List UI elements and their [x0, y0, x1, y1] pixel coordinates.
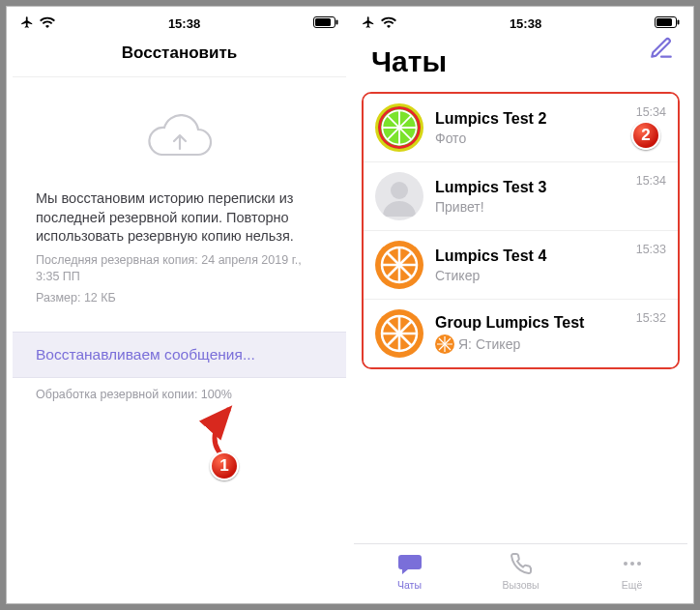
wifi-icon	[40, 16, 55, 31]
svg-point-31	[637, 562, 641, 566]
svg-point-29	[624, 562, 627, 566]
annotation-badge-2: 2	[631, 121, 660, 150]
tab-calls[interactable]: Вызовы	[465, 544, 576, 597]
chat-bubble-icon	[397, 552, 423, 577]
chat-row[interactable]: Lumpics Test 2 Фото 15:34	[364, 94, 678, 162]
tab-more[interactable]: Ещё	[576, 544, 687, 597]
battery-icon	[655, 16, 680, 31]
svg-rect-4	[678, 19, 680, 24]
battery-icon	[313, 16, 338, 31]
status-time: 15:38	[168, 16, 200, 31]
wifi-icon	[381, 16, 396, 31]
chat-time: 15:34	[636, 105, 666, 119]
status-bar: 15:38	[13, 13, 346, 34]
svg-point-11	[391, 182, 408, 199]
phone-chats-screen: 15:38 Чаты Lumpics Test 2 Фото	[354, 13, 687, 597]
restore-processing-label: Обработка резервной копии: 100%	[36, 388, 323, 401]
restore-body: Мы восстановим историю переписки из посл…	[13, 77, 346, 597]
restore-description: Мы восстановим историю переписки из посл…	[36, 189, 323, 247]
status-time: 15:38	[510, 16, 541, 31]
chat-time: 15:33	[636, 243, 666, 256]
phone-icon	[510, 552, 533, 577]
chats-title: Чаты	[354, 34, 687, 86]
page-title: Восстановить	[13, 34, 346, 77]
chat-subtitle-text: Стикер	[476, 336, 520, 352]
airplane-icon	[362, 15, 375, 32]
tab-label: Вызовы	[502, 579, 539, 591]
tutorial-stage: 15:38 Восстановить Мы восстановим истори…	[6, 6, 694, 604]
chat-subtitle: Стикер	[435, 268, 625, 283]
phone-restore-screen: 15:38 Восстановить Мы восстановим истори…	[13, 13, 346, 597]
mini-avatar-icon	[435, 334, 454, 354]
tab-label: Ещё	[622, 579, 642, 591]
chat-subtitle: Привет!	[435, 199, 625, 215]
svg-point-30	[630, 562, 634, 566]
avatar	[375, 309, 423, 358]
chat-name: Lumpics Test 4	[435, 247, 625, 265]
chat-name: Lumpics Test 3	[435, 179, 625, 196]
chat-name: Lumpics Test 2	[435, 110, 625, 128]
svg-rect-1	[336, 19, 338, 24]
airplane-icon	[20, 15, 34, 32]
chat-row[interactable]: Group Lumpics Test Я: Стикер 15:32	[364, 300, 678, 367]
status-bar: 15:38	[354, 13, 687, 34]
chat-prefix: Я:	[458, 336, 472, 352]
last-backup-label: Последняя резервная копия: 24 апреля 201…	[36, 252, 323, 285]
svg-rect-2	[315, 18, 331, 26]
cloud-upload-icon	[36, 77, 323, 189]
compose-button[interactable]	[649, 36, 674, 65]
backup-size-label: Размер: 12 КБ	[36, 290, 323, 306]
chat-row[interactable]: Lumpics Test 4 Стикер 15:33	[364, 231, 678, 300]
avatar	[375, 103, 423, 152]
svg-rect-5	[656, 18, 672, 26]
chat-subtitle: Я: Стикер	[435, 334, 625, 354]
chat-name: Group Lumpics Test	[435, 314, 625, 332]
annotation-badge-1: 1	[210, 451, 239, 480]
chat-time: 15:34	[636, 174, 666, 188]
chat-row[interactable]: Lumpics Test 3 Привет! 15:34	[364, 162, 678, 231]
tab-chats[interactable]: Чаты	[354, 544, 465, 597]
tab-bar: Чаты Вызовы Ещё	[354, 543, 687, 597]
more-icon	[621, 552, 644, 577]
chat-time: 15:32	[636, 311, 666, 325]
restore-progress-banner: Восстанавливаем сообщения...	[13, 332, 346, 378]
avatar	[375, 241, 423, 289]
avatar	[375, 172, 423, 220]
chat-subtitle: Фото	[435, 131, 625, 146]
tab-label: Чаты	[397, 579, 422, 591]
